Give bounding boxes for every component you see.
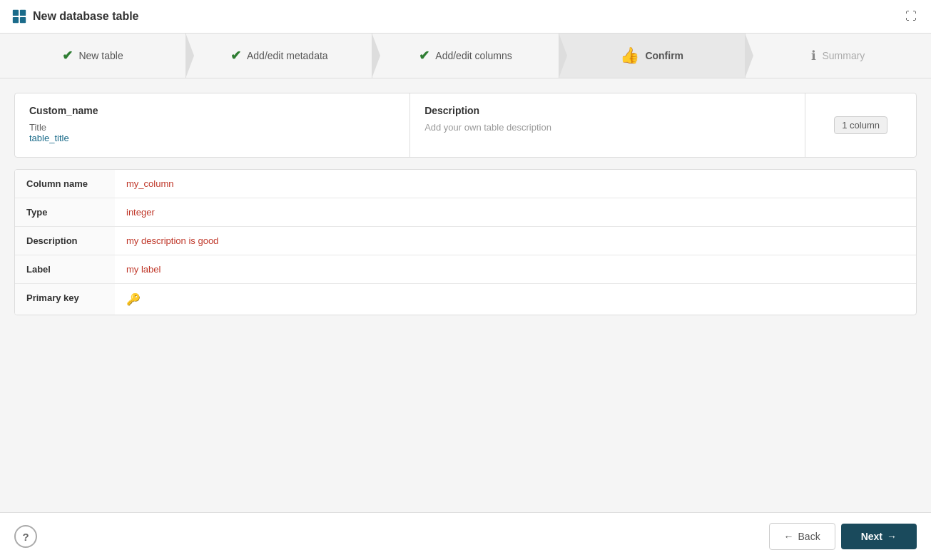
step-thumb-icon: 👍 [620, 46, 639, 65]
step-check-icon-1: ✔ [62, 48, 73, 63]
table-row: Description my description is good [15, 227, 916, 255]
svg-rect-1 [20, 10, 26, 16]
modal-title-text: New database table [33, 10, 139, 23]
main-content: Custom_name Title table_title Descriptio… [0, 78, 931, 512]
footer: ? ← Back Next → [0, 512, 931, 560]
description-label: Description [424, 105, 790, 116]
custom-name-label: Custom_name [29, 105, 395, 116]
expand-icon[interactable]: ⛶ [902, 7, 920, 26]
modal-title: New database table [11, 9, 139, 24]
grid-icon [11, 9, 27, 24]
next-arrow-icon: → [887, 531, 897, 542]
col-label-description: Description [15, 227, 115, 255]
step-label-4: Confirm [645, 50, 683, 61]
step-label-5: Summary [822, 50, 865, 61]
col-label-name: Column name [15, 170, 115, 198]
col-value-type: integer [115, 198, 916, 226]
back-button-label: Back [798, 531, 820, 542]
col-value-name: my_column [115, 170, 916, 198]
step-label-3: Add/edit columns [435, 50, 512, 61]
next-button[interactable]: Next → [841, 524, 917, 549]
table-info-card: Custom_name Title table_title Descriptio… [14, 93, 917, 158]
back-button[interactable]: ← Back [769, 523, 835, 550]
step-add-edit-columns[interactable]: ✔ Add/edit columns [372, 34, 559, 78]
column-details-table: Column name my_column Type integer Descr… [14, 169, 917, 315]
title-field-value: table_title [29, 133, 395, 143]
col-label-type: Type [15, 198, 115, 226]
table-row: Label my label [15, 255, 916, 284]
step-info-icon: ℹ [811, 48, 816, 63]
column-count-badge: 1 column [834, 116, 887, 134]
back-arrow-icon: ← [784, 531, 794, 542]
step-check-icon-2: ✔ [230, 48, 241, 63]
description-placeholder: Add your own table description [424, 122, 790, 133]
help-button[interactable]: ? [14, 525, 37, 548]
step-confirm[interactable]: 👍 Confirm [559, 34, 746, 78]
wizard-steps: ✔ New table ✔ Add/edit metadata ✔ Add/ed… [0, 34, 931, 78]
table-row: Column name my_column [15, 170, 916, 198]
modal-header: New database table ⛶ [0, 0, 931, 34]
footer-actions: ← Back Next → [769, 523, 917, 550]
step-label-2: Add/edit metadata [247, 50, 328, 61]
step-add-edit-metadata[interactable]: ✔ Add/edit metadata [186, 34, 372, 78]
title-field-label: Title [29, 122, 395, 133]
step-check-icon-3: ✔ [419, 48, 429, 63]
modal: New database table ⛶ ✔ New table ✔ Add/e… [0, 0, 931, 560]
svg-rect-2 [13, 17, 19, 23]
step-summary[interactable]: ℹ Summary [746, 34, 931, 78]
table-column-count-section: 1 column [805, 93, 916, 157]
table-description-section: Description Add your own table descripti… [410, 93, 805, 157]
step-new-table[interactable]: ✔ New table [0, 34, 186, 78]
table-row: Type integer [15, 198, 916, 227]
table-row: Primary key 🔑 [15, 284, 916, 315]
col-value-description: my description is good [115, 227, 916, 255]
svg-rect-3 [20, 17, 26, 23]
col-value-primary-key: 🔑 [115, 284, 916, 315]
col-label-label: Label [15, 255, 115, 283]
col-value-label: my label [115, 255, 916, 283]
next-button-label: Next [861, 531, 882, 542]
step-label-1: New table [78, 50, 123, 61]
table-name-section: Custom_name Title table_title [15, 93, 410, 157]
svg-rect-0 [13, 10, 19, 16]
col-label-primary-key: Primary key [15, 284, 115, 315]
